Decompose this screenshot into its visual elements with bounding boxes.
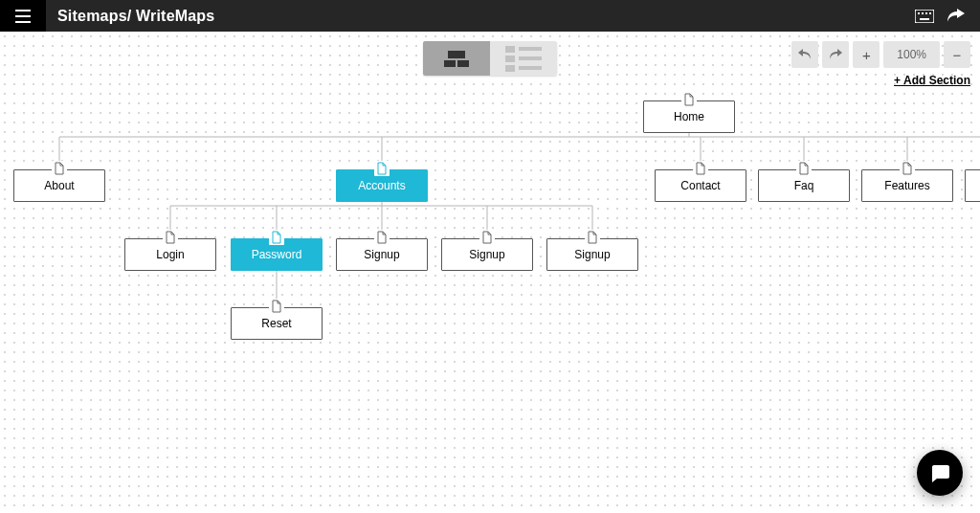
node-password[interactable]: Password — [231, 238, 323, 271]
node-label: Password — [252, 248, 302, 261]
node-accounts[interactable]: Accounts — [336, 169, 428, 202]
node-label: About — [44, 179, 74, 192]
page-icon — [900, 161, 915, 176]
page-icon — [681, 92, 697, 107]
node-faq[interactable]: Faq — [758, 169, 850, 202]
chat-icon — [928, 461, 951, 484]
svg-rect-3 — [915, 10, 934, 23]
node-label: Reset — [261, 317, 291, 330]
page-icon — [269, 230, 284, 245]
page-icon — [374, 230, 390, 245]
node-label: Features — [884, 179, 929, 192]
page-icon — [269, 299, 284, 314]
node-signup2[interactable]: Signup — [441, 238, 533, 271]
keyboard-icon — [915, 10, 934, 23]
svg-rect-7 — [929, 12, 931, 14]
node-label: Signup — [574, 248, 610, 261]
node-extra[interactable] — [965, 169, 980, 202]
chat-launcher[interactable] — [917, 450, 963, 496]
node-features[interactable]: Features — [861, 169, 953, 202]
node-label: Signup — [364, 248, 399, 261]
header-actions — [915, 9, 980, 24]
svg-rect-4 — [918, 12, 920, 14]
svg-rect-0 — [15, 10, 31, 11]
page-icon — [479, 230, 495, 245]
node-label: Login — [156, 248, 184, 261]
node-about[interactable]: About — [13, 169, 105, 202]
sitemap-canvas[interactable]: + 100% − + Add Section HomeAboutAccounts… — [0, 32, 980, 513]
node-label: Home — [674, 110, 704, 123]
page-icon — [374, 161, 390, 176]
page-icon — [163, 230, 178, 245]
share-button[interactable] — [947, 9, 965, 24]
page-icon — [52, 161, 67, 176]
node-signup3[interactable]: Signup — [546, 238, 638, 271]
node-contact[interactable]: Contact — [655, 169, 746, 202]
page-icon — [796, 161, 812, 176]
node-reset[interactable]: Reset — [231, 307, 323, 340]
svg-rect-6 — [925, 12, 927, 14]
node-label: Signup — [469, 248, 504, 261]
svg-rect-1 — [15, 15, 31, 17]
page-icon — [693, 161, 708, 176]
node-label: Accounts — [358, 179, 405, 192]
sitemap-nodes: HomeAboutAccountsContactFaqFeaturesLogin… — [0, 32, 980, 513]
svg-rect-8 — [920, 18, 929, 20]
page-title: Sitemaps/ WriteMaps — [57, 8, 214, 25]
keyboard-button[interactable] — [915, 10, 934, 23]
node-login[interactable]: Login — [124, 238, 216, 271]
node-label: Faq — [794, 179, 814, 192]
svg-rect-2 — [15, 21, 31, 23]
svg-rect-5 — [922, 12, 924, 14]
share-icon — [947, 9, 965, 24]
node-label: Contact — [680, 179, 720, 192]
app-header: Sitemaps/ WriteMaps — [0, 0, 980, 32]
node-signup1[interactable]: Signup — [336, 238, 428, 271]
hamburger-icon — [15, 10, 31, 23]
page-icon — [585, 230, 600, 245]
menu-button[interactable] — [0, 0, 46, 32]
node-home[interactable]: Home — [643, 100, 735, 133]
